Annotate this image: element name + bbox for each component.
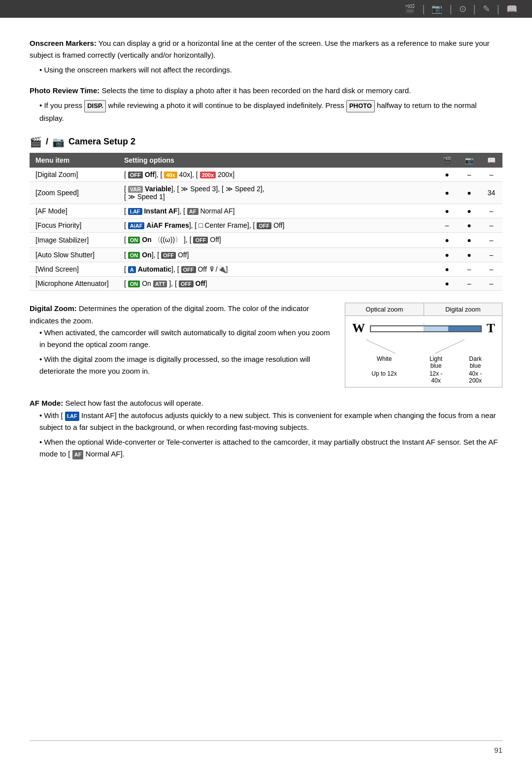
circle-icon: ⊙ [459, 3, 466, 14]
col-book: – [480, 218, 502, 232]
table-row: [Microphone Attenuator] [ ON On ATT ], [… [30, 276, 502, 290]
optical-zoom-label: Optical zoom [345, 303, 424, 315]
optical-bar [370, 325, 424, 332]
top-icons: 🎬 | 📷 | ⊙ | ✎ | 📖 [404, 3, 517, 15]
col-movie: ● [436, 204, 458, 218]
col-movie: ● [436, 232, 458, 247]
diagonal-area [366, 340, 481, 353]
photo-review-bullet: If you press DISP. while reviewing a pho… [30, 100, 502, 124]
zoom-diagram-body: W T [345, 316, 502, 387]
digital-zoom-title: Digital Zoom: [30, 304, 77, 313]
darkblue-label: Darkblue [456, 355, 495, 369]
onscreen-markers-title: Onscreen Markers: [30, 39, 97, 47]
digital-zoom-label: Digital zoom [424, 303, 502, 315]
onscreen-markers-text: Onscreen Markers: You can display a grid… [30, 37, 502, 61]
svg-line-1 [435, 340, 465, 353]
page-content: Onscreen Markers: You can display a grid… [0, 18, 532, 483]
digital-zoom-bullet1: When activated, the camcorder will switc… [30, 327, 330, 350]
col-movie: ● [436, 168, 458, 182]
digital-zoom-bullet2: With the digital zoom the image is digit… [30, 353, 330, 377]
setting-options: [ AiAF AiAF Frames], [ □ Center Frame], … [118, 218, 436, 232]
setting-options: [ ON On ATT ], [ OFF Off] [118, 276, 436, 290]
th-menu: Menu item [30, 153, 118, 168]
col-photo: ● [458, 218, 480, 232]
col-photo: – [458, 276, 480, 290]
disp-button: DISP. [84, 100, 106, 112]
col-photo: – [458, 262, 480, 276]
col-photo: ● [458, 204, 480, 218]
table-row: [Zoom Speed] [ VAR Variable], [ ≫ Speed … [30, 181, 502, 204]
menu-item: [AF Mode] [30, 204, 118, 218]
digital-zoom-text: Digital Zoom: Determines the operation o… [30, 303, 330, 381]
th-options: Setting options [118, 153, 436, 168]
af-mode-section: AF Mode: Select how fast the autofocus w… [30, 397, 502, 460]
af-badge: AF [72, 450, 84, 460]
svg-line-0 [366, 340, 396, 353]
onscreen-markers-body: You can display a grid or a horizontal l… [30, 39, 490, 59]
section-icon-photo: 📷 [52, 136, 65, 148]
zoom-labels: White Lightblue Darkblue [352, 355, 495, 369]
zoom-diagram-header: Optical zoom Digital zoom [345, 303, 502, 316]
af-mode-bullet1: With [ I.AF Instant AF] the autofocus ad… [30, 410, 502, 433]
th-movie: 🎬 [436, 153, 458, 168]
range-optical: Up to 12x [352, 370, 416, 384]
col-movie: ● [436, 262, 458, 276]
col-book: – [480, 276, 502, 290]
settings-table: Menu item Setting options 🎬 📷 📖 [Digital… [30, 153, 502, 291]
page-number: 91 [30, 746, 502, 754]
setting-options: [ VAR Variable], [ ≫ Speed 3], [ ≫ Speed… [118, 181, 436, 204]
section-heading: 🎬 / 📷 Camera Setup 2 [30, 136, 502, 148]
menu-item: [Microphone Attenuator] [30, 276, 118, 290]
photo-icon: 📷 [432, 3, 442, 14]
bottom-rule [30, 740, 502, 741]
setting-options: [ A Automatic], [ OFF Off 🎙/🔌] [118, 262, 436, 276]
table-row: [Digital Zoom] [ OFF Off], [ 40x 40x], [… [30, 168, 502, 182]
table-row: [Auto Slow Shutter] [ ON On], [ OFF Off]… [30, 247, 502, 262]
table-row: [Focus Priority] [ AiAF AiAF Frames], [ … [30, 218, 502, 232]
digital-zoom-section: Digital Zoom: Determines the operation o… [30, 303, 502, 387]
col-movie: – [436, 218, 458, 232]
diagonal-svg [366, 340, 481, 353]
setting-options: [ ON On 〈((ω))〉 ], [ OFF Off] [118, 232, 436, 247]
col-photo: ● [458, 247, 480, 262]
af-mode-title: AF Mode: [30, 399, 63, 407]
col-movie: ● [436, 181, 458, 204]
bottom-bar: 91 [0, 740, 532, 754]
section-icon-movie: 🎬 [30, 136, 42, 148]
zoom-ranges: Up to 12x 12x -40x 40x -200x [352, 370, 495, 384]
w-label: W [352, 321, 365, 336]
af-mode-para: AF Mode: Select how fast the autofocus w… [30, 397, 502, 410]
menu-item: [Image Stabilizer] [30, 232, 118, 247]
photo-button: PHOTO [346, 100, 375, 112]
white-label: White [352, 355, 416, 369]
setting-options: [ OFF Off], [ 40x 40x], [ 200x 200x] [118, 168, 436, 182]
menu-item: [Digital Zoom] [30, 168, 118, 182]
col-photo: ● [458, 181, 480, 204]
col-book: – [480, 168, 502, 182]
setting-options: [ I.AF Instant AF], [ AF Normal AF] [118, 204, 436, 218]
setting-options: [ ON On], [ OFF Off] [118, 247, 436, 262]
col-photo: ● [458, 232, 480, 247]
onscreen-markers-block: Onscreen Markers: You can display a grid… [30, 37, 502, 76]
zoom-bar-row: W T [352, 321, 495, 336]
book-icon: 📖 [506, 3, 517, 14]
af-mode-body: Select how fast the autofocus will opera… [66, 399, 203, 407]
photo-review-body: Selects the time to display a photo afte… [101, 86, 411, 95]
col-movie: ● [436, 247, 458, 262]
col-book: – [480, 232, 502, 247]
photo-review-title: Photo Review Time: [30, 86, 100, 95]
section-title: Camera Setup 2 [68, 137, 135, 147]
zoom-diagram-container: Optical zoom Digital zoom W [345, 303, 502, 387]
menu-item: [Wind Screen] [30, 262, 118, 276]
photo-review-text: Photo Review Time: Selects the time to d… [30, 85, 502, 97]
table-row: [Wind Screen] [ A Automatic], [ OFF Off … [30, 262, 502, 276]
table-row: [Image Stabilizer] [ ON On 〈((ω))〉 ], [ … [30, 232, 502, 247]
photo-review-block: Photo Review Time: Selects the time to d… [30, 85, 502, 124]
onscreen-markers-bullet: Using the onscreen markers will not affe… [30, 64, 502, 76]
table-row: [AF Mode] [ I.AF Instant AF], [ AF Norma… [30, 204, 502, 218]
digital-zoom-para: Digital Zoom: Determines the operation o… [30, 303, 330, 327]
movie-icon: 🎬 [404, 3, 415, 14]
col-book: – [480, 204, 502, 218]
col-book: – [480, 247, 502, 262]
col-book: 34 [480, 181, 502, 204]
